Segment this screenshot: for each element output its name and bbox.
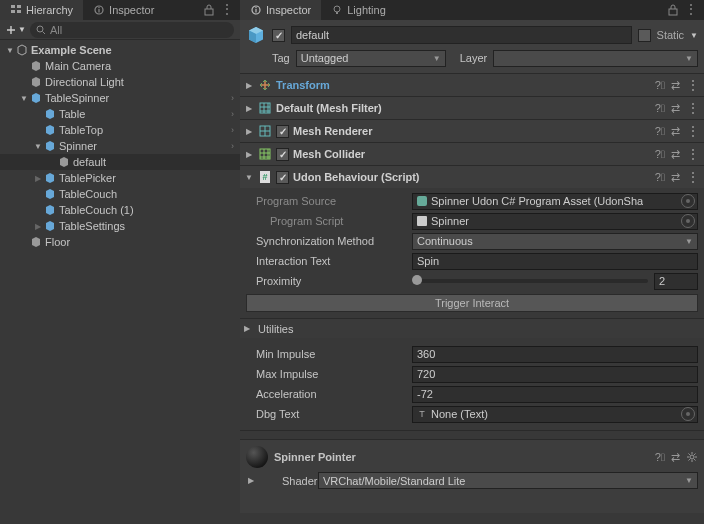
tab-menu-icon[interactable]: ⋮ xyxy=(684,4,698,16)
scene-label: Example Scene xyxy=(31,44,112,56)
tree-row[interactable]: Table› xyxy=(0,106,240,122)
tree-row[interactable]: TableCouch xyxy=(0,186,240,202)
tree-row[interactable]: ▶TableSettings xyxy=(0,218,240,234)
hierarchy-tree: ▼ Example Scene Main Camera Directional … xyxy=(0,40,240,524)
gameobject-icon xyxy=(58,156,70,168)
context-menu-icon[interactable]: ⋮ xyxy=(686,149,700,159)
acceleration-field[interactable] xyxy=(412,386,698,403)
enable-checkbox[interactable] xyxy=(276,148,289,161)
inspector-panel: Inspector Lighting ⋮ Static ▼ Tag Untagg… xyxy=(240,0,704,524)
help-icon[interactable]: ?⃝ xyxy=(655,171,665,183)
help-icon[interactable]: ?⃝ xyxy=(655,102,665,114)
program-source-field[interactable]: Spinner Udon C# Program Asset (UdonSha xyxy=(412,193,698,210)
tree-row[interactable]: Directional Light xyxy=(0,74,240,90)
hierarchy-icon xyxy=(10,4,22,16)
tree-row[interactable]: TableTop› xyxy=(0,122,240,138)
preset-icon[interactable]: ⇄ xyxy=(671,102,680,115)
enable-checkbox[interactable] xyxy=(276,171,289,184)
dbg-text-label: Dbg Text xyxy=(246,408,408,420)
utilities-foldout[interactable]: ▶Utilities xyxy=(240,318,704,338)
material-title: Spinner Pointer xyxy=(274,451,649,463)
preset-icon[interactable]: ⇄ xyxy=(671,171,680,184)
context-menu-icon[interactable]: ⋮ xyxy=(686,126,700,136)
gameobject-name-field[interactable] xyxy=(291,26,632,44)
component-header[interactable]: ▶ Default (Mesh Filter) ?⃝⇄⋮ xyxy=(240,97,704,119)
help-icon[interactable]: ?⃝ xyxy=(655,451,665,464)
svg-rect-17 xyxy=(417,216,427,226)
help-icon[interactable]: ?⃝ xyxy=(655,125,665,137)
component-mesh-filter: ▶ Default (Mesh Filter) ?⃝⇄⋮ xyxy=(240,97,704,120)
component-transform: ▶ Transform ?⃝⇄⋮ xyxy=(240,74,704,97)
svg-rect-9 xyxy=(336,12,338,14)
svg-rect-7 xyxy=(255,7,256,8)
prefab-icon xyxy=(44,220,56,232)
enable-checkbox[interactable] xyxy=(276,125,289,138)
lock-icon[interactable] xyxy=(204,4,214,16)
prefab-icon xyxy=(30,92,42,104)
program-script-field[interactable]: Spinner xyxy=(412,213,698,230)
mesh-collider-icon xyxy=(258,147,272,161)
static-checkbox[interactable] xyxy=(638,29,651,42)
gear-icon[interactable] xyxy=(686,451,698,464)
dbg-text-field[interactable]: TNone (Text) xyxy=(412,406,698,423)
gameobject-cube-icon[interactable] xyxy=(246,25,266,45)
tree-row-selected[interactable]: default xyxy=(0,154,240,170)
min-impulse-field[interactable] xyxy=(412,346,698,363)
component-header[interactable]: ▶ Mesh Renderer ?⃝⇄⋮ xyxy=(240,120,704,142)
tab-inspector-label: Inspector xyxy=(266,4,311,16)
program-script-label: Program Script xyxy=(246,215,408,227)
svg-point-8 xyxy=(334,6,340,12)
create-dropdown[interactable]: ▼ xyxy=(6,25,26,35)
help-icon[interactable]: ?⃝ xyxy=(655,79,665,91)
object-picker-icon[interactable] xyxy=(681,194,695,208)
material-preview-icon[interactable] xyxy=(246,446,268,468)
sync-method-dropdown[interactable]: Continuous▼ xyxy=(412,233,698,250)
tag-dropdown[interactable]: Untagged▼ xyxy=(296,50,446,67)
context-menu-icon[interactable]: ⋮ xyxy=(686,172,700,182)
tab-hierarchy[interactable]: Hierarchy xyxy=(0,0,83,20)
svg-text:#: # xyxy=(262,172,267,182)
tree-row[interactable]: Floor xyxy=(0,234,240,250)
layer-dropdown[interactable]: ▼ xyxy=(493,50,698,67)
component-header[interactable]: ▶ Mesh Collider ?⃝⇄⋮ xyxy=(240,143,704,165)
tree-row-scene[interactable]: ▼ Example Scene xyxy=(0,42,240,58)
max-impulse-field[interactable] xyxy=(412,366,698,383)
lock-icon[interactable] xyxy=(668,4,678,16)
tab-hierarchy-label: Hierarchy xyxy=(26,4,73,16)
preset-icon[interactable]: ⇄ xyxy=(671,451,680,464)
material-foldout[interactable]: ▶ xyxy=(248,476,258,485)
context-menu-icon[interactable]: ⋮ xyxy=(686,80,700,90)
tree-row[interactable]: TableCouch (1) xyxy=(0,202,240,218)
active-checkbox[interactable] xyxy=(272,29,285,42)
interaction-text-field[interactable] xyxy=(412,253,698,270)
preset-icon[interactable]: ⇄ xyxy=(671,79,680,92)
object-picker-icon[interactable] xyxy=(681,407,695,421)
tree-row[interactable]: ▼TableSpinner› xyxy=(0,90,240,106)
proximity-slider[interactable] xyxy=(412,279,648,283)
shader-dropdown[interactable]: VRChat/Mobile/Standard Lite▼ xyxy=(318,472,698,489)
tab-lighting[interactable]: Lighting xyxy=(321,0,396,20)
tab-menu-icon[interactable]: ⋮ xyxy=(220,4,234,16)
unity-icon xyxy=(16,44,28,56)
trigger-interact-button[interactable]: Trigger Interact xyxy=(246,294,698,312)
context-menu-icon[interactable]: ⋮ xyxy=(686,103,700,113)
tab-inspector-left[interactable]: Inspector xyxy=(83,0,164,20)
tree-row[interactable]: ▼Spinner› xyxy=(0,138,240,154)
component-header[interactable]: ▶ Transform ?⃝⇄⋮ xyxy=(240,74,704,96)
preset-icon[interactable]: ⇄ xyxy=(671,148,680,161)
gameobject-header: Static ▼ Tag Untagged▼ Layer ▼ xyxy=(240,20,704,74)
shader-label: Shader xyxy=(264,475,312,487)
hierarchy-toolbar: ▼ All xyxy=(0,20,240,40)
prefab-icon xyxy=(44,140,56,152)
tree-row[interactable]: Main Camera xyxy=(0,58,240,74)
hierarchy-search[interactable]: All xyxy=(30,22,234,38)
help-icon[interactable]: ?⃝ xyxy=(655,148,665,160)
tab-inspector[interactable]: Inspector xyxy=(240,0,321,20)
object-picker-icon[interactable] xyxy=(681,214,695,228)
component-header[interactable]: ▼ # Udon Behaviour (Script) ?⃝⇄⋮ xyxy=(240,166,704,188)
static-dropdown-icon[interactable]: ▼ xyxy=(690,31,698,40)
preset-icon[interactable]: ⇄ xyxy=(671,125,680,138)
tree-row[interactable]: ▶TablePicker xyxy=(0,170,240,186)
text-icon: T xyxy=(417,409,427,419)
proximity-value[interactable]: 2 xyxy=(654,273,698,290)
